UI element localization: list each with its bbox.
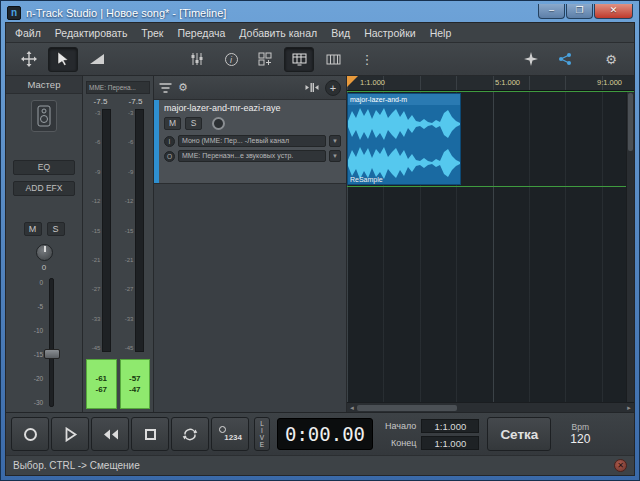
track-record-arm-button[interactable] [212, 117, 225, 130]
move-tool-button[interactable] [14, 47, 44, 72]
end-value-field[interactable]: 1:1.000 [421, 436, 479, 450]
share-icon [558, 52, 572, 66]
vertical-scrollbar[interactable] [626, 92, 634, 402]
timeline-view-button[interactable] [284, 47, 314, 72]
menu-item[interactable]: Трек [134, 25, 170, 41]
live-toggle-button[interactable]: LIVE [254, 417, 270, 451]
bpm-control[interactable]: Bpm 120 [557, 422, 603, 446]
meter-toggle-icon[interactable] [305, 82, 319, 93]
loop-button[interactable] [171, 417, 209, 451]
effects-button[interactable] [516, 47, 546, 72]
timeline-ruler[interactable]: 1:1.000 5:1.000 9:1.000 [347, 76, 634, 91]
track-output-select[interactable]: MME: Перенаэн...е звуковых устр. [178, 150, 326, 162]
piano-roll-button[interactable] [318, 47, 348, 72]
add-track-button[interactable]: + [325, 80, 341, 96]
level-meter-left: -3-6-9-12-15-21-27-33-45 [92, 109, 112, 352]
menu-item[interactable]: Настройки [357, 25, 423, 41]
grid-snap-button[interactable]: Сетка [487, 417, 551, 451]
title-bar[interactable]: n n-Track Studio | Новое song* - [Timeli… [1, 1, 639, 22]
window-title: n-Track Studio | Новое song* - [Timeline… [26, 7, 533, 19]
horizontal-scrollbar[interactable]: ◄ ► [347, 402, 634, 412]
track-settings-gear-icon[interactable]: ⚙ [178, 82, 188, 93]
meter-scale-label: -33 [125, 316, 134, 322]
app-frame: ФайлРедактироватьТрекПередачаДобавить ка… [5, 22, 635, 476]
master-solo-button[interactable]: S [47, 222, 65, 236]
audio-clip[interactable]: major-lazer-and-m ReSample [347, 93, 461, 185]
start-value-field[interactable]: 1:1.000 [421, 419, 479, 433]
bpm-value[interactable]: 120 [570, 432, 590, 446]
timeline-canvas[interactable]: major-lazer-and-m ReSample [347, 91, 634, 402]
chevron-down-icon[interactable]: ▼ [329, 150, 341, 162]
track-solo-button[interactable]: S [185, 117, 202, 130]
master-pan-knob[interactable] [36, 244, 53, 261]
settings-button[interactable]: ⚙ [596, 47, 626, 72]
fader-scale-label: 0 [40, 279, 44, 286]
chevron-down-icon[interactable]: ▼ [329, 135, 341, 147]
track-mute-button[interactable]: M [164, 117, 181, 130]
fader-scale-label: -30 [34, 399, 43, 406]
input-device-select[interactable]: MME: Перена... [86, 81, 150, 94]
mixer-icon [190, 52, 204, 66]
vertical-scrollbar-thumb[interactable] [628, 93, 633, 151]
meter-scale-label: -15 [125, 228, 134, 234]
eq-button[interactable]: EQ [13, 160, 75, 175]
record-button[interactable] [11, 417, 49, 451]
sparkle-icon [524, 52, 538, 66]
speaker-icon [37, 105, 51, 127]
restore-button[interactable]: ❐ [566, 4, 593, 19]
locators: Начало 1:1.000 Конец 1:1.000 [385, 419, 479, 450]
master-channel-button[interactable] [31, 100, 57, 132]
rewind-button[interactable] [91, 417, 129, 451]
menu-item[interactable]: Help [423, 25, 459, 41]
master-mute-button[interactable]: M [24, 222, 42, 236]
minimize-button[interactable]: – [538, 4, 565, 19]
meters-panel: MME: Перена... -7.5 -7.5 -3-6-9-12-15-21… [83, 76, 154, 412]
loop-icon [181, 427, 199, 442]
close-button[interactable]: ✕ [594, 4, 633, 19]
count-in-button[interactable]: 1234 [211, 417, 249, 451]
info-view-button[interactable]: i [216, 47, 246, 72]
add-efx-button[interactable]: ADD EFX [13, 181, 75, 196]
meter-scale: -3-6-9-12-15-21-27-33-45 [125, 109, 134, 352]
menu-item[interactable]: Вид [324, 25, 357, 41]
waveform [348, 105, 460, 183]
stop-button[interactable] [131, 417, 169, 451]
menu-items: ФайлРедактироватьТрекПередачаДобавить ка… [8, 23, 458, 42]
scroll-right-icon[interactable]: ► [624, 405, 634, 411]
meter-scale-label: -27 [125, 286, 134, 292]
track-name[interactable]: major-lazer-and-mr-eazi-raye [164, 103, 341, 113]
menu-item[interactable]: Добавить канал [232, 25, 324, 41]
mixer-view-button[interactable] [182, 47, 212, 72]
window-controls: – ❐ ✕ [538, 4, 633, 19]
menu-item[interactable]: Файл [8, 25, 48, 41]
track-panel: ⚙ + major-lazer-and-mr-eazi-raye M S [154, 76, 347, 412]
scroll-left-icon[interactable]: ◄ [347, 405, 357, 411]
count-record-icon [219, 426, 226, 433]
add-view-button[interactable] [250, 47, 280, 72]
fader-scale-label: -15 [34, 351, 43, 358]
menu-item[interactable]: Редактировать [48, 25, 135, 41]
share-button[interactable] [550, 47, 580, 72]
fader-thumb[interactable] [44, 349, 60, 359]
play-button[interactable] [51, 417, 89, 451]
meter-scale-label: -27 [92, 286, 101, 292]
more-views-button[interactable]: ⋮ [352, 47, 382, 72]
readout-right: -57 -47 [120, 359, 151, 409]
arrow-tool-button[interactable] [48, 47, 78, 72]
count-in-label: 1234 [224, 433, 242, 442]
meter-scale-label: -12 [125, 198, 134, 204]
track-row[interactable]: major-lazer-and-mr-eazi-raye M S I Моно … [154, 100, 346, 184]
status-text: Выбор. CTRL -> Смещение [13, 460, 140, 471]
meter-bar [102, 109, 111, 352]
play-icon [63, 427, 78, 442]
meter-scale-label: -45 [92, 345, 101, 351]
master-volume-fader[interactable] [49, 278, 54, 407]
filter-icon[interactable] [159, 82, 172, 94]
fade-tool-button[interactable] [82, 47, 112, 72]
track-input-select[interactable]: Моно (MME: Пер... -Левый канал [178, 135, 326, 147]
status-bar: Выбор. CTRL -> Смещение ✕ [6, 455, 634, 475]
horizontal-scrollbar-thumb[interactable] [357, 405, 457, 411]
track-input-row: I Моно (MME: Пер... -Левый канал ▼ [164, 135, 341, 147]
menu-item[interactable]: Передача [170, 25, 232, 41]
status-close-icon[interactable]: ✕ [614, 459, 627, 472]
